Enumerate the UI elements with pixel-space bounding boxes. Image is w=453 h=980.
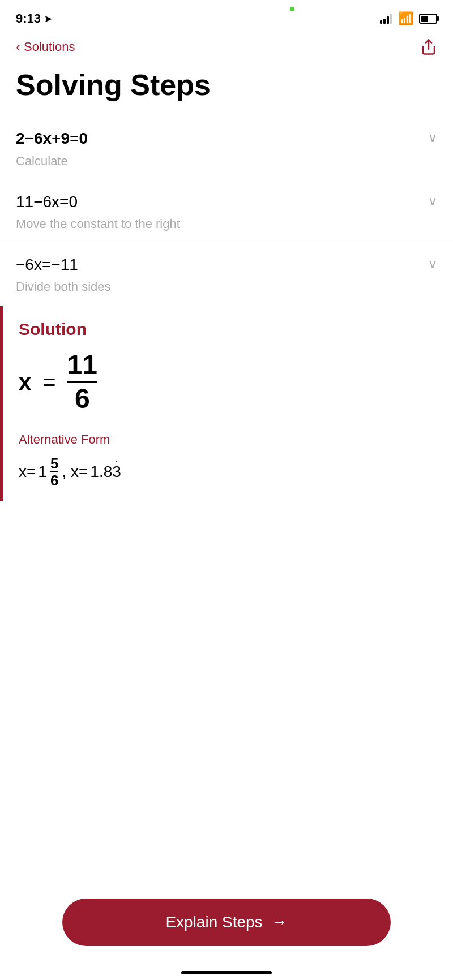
share-icon [420, 38, 437, 55]
signal-bar-1 [380, 20, 382, 24]
explain-steps-arrow: → [272, 913, 288, 931]
status-bar: 9:13 ➤ 📶 [0, 0, 453, 34]
step-content-1: 2−6x+9=0 Calculate [16, 128, 428, 168]
battery-fill [421, 16, 428, 22]
step-content-3: −6x=−11 Divide both sides [16, 255, 428, 294]
signal-bars [380, 14, 392, 24]
step-equation-1: 2−6x+9=0 [16, 128, 428, 149]
alt-fraction: 5 6 [50, 456, 58, 488]
step-description-1: Calculate [16, 154, 428, 169]
steps-container: 2−6x+9=0 Calculate ∨ 11−6x=0 Move the co… [0, 117, 453, 306]
back-chevron-icon: ‹ [16, 39, 20, 55]
solution-equals: = [42, 369, 55, 395]
solution-label: Solution [19, 320, 437, 339]
battery-icon [419, 14, 437, 24]
back-button[interactable]: ‹ Solutions [16, 39, 75, 55]
explain-steps-label: Explain Steps [165, 913, 262, 931]
signal-bar-3 [387, 16, 389, 24]
chevron-down-icon-2: ∨ [428, 194, 437, 209]
alt-form-values: x= 1 5 6 , x= 1.83· [19, 456, 437, 488]
share-button[interactable] [420, 38, 437, 55]
alt-decimal: 1.83· [90, 463, 121, 481]
back-label: Solutions [24, 40, 75, 54]
step-equation-3: −6x=−11 [16, 255, 428, 275]
step-equation-2: 11−6x=0 [16, 192, 428, 212]
time-display: 9:13 [16, 11, 41, 26]
wifi-icon: 📶 [398, 11, 413, 26]
chevron-down-icon-1: ∨ [428, 131, 437, 145]
alt-fraction-num: 5 [50, 456, 58, 471]
status-time: 9:13 ➤ [16, 11, 52, 26]
step-content-2: 11−6x=0 Move the constant to the right [16, 192, 428, 231]
alt-form-label: Alternative Form [19, 432, 437, 447]
page-title: Solving Steps [0, 65, 453, 117]
alt-comma: , x= [62, 463, 88, 481]
alt-x-label: x= [19, 463, 36, 481]
solution-fraction: 11 6 [67, 350, 97, 414]
step-description-2: Move the constant to the right [16, 217, 428, 231]
signal-bar-2 [383, 19, 386, 24]
chevron-down-icon-3: ∨ [428, 257, 437, 272]
nav-bar: ‹ Solutions [0, 34, 453, 65]
step-description-3: Divide both sides [16, 280, 428, 294]
step-row-3[interactable]: −6x=−11 Divide both sides ∨ [0, 243, 453, 306]
fraction-denominator: 6 [75, 384, 90, 414]
status-right: 📶 [380, 11, 437, 26]
step-row-2[interactable]: 11−6x=0 Move the constant to the right ∨ [0, 180, 453, 243]
solution-section: Solution x = 11 6 Alternative Form x= 1 … [0, 306, 453, 501]
signal-bar-4 [390, 14, 392, 24]
fraction-numerator: 11 [67, 350, 97, 380]
alt-whole: 1 [38, 463, 47, 481]
fraction-bar [67, 381, 97, 383]
green-dot [290, 7, 294, 11]
alt-fraction-den: 6 [50, 473, 58, 488]
explain-steps-button[interactable]: Explain Steps → [62, 899, 391, 946]
solution-x: x [19, 369, 31, 395]
explain-button-container: Explain Steps → [11, 899, 442, 946]
solution-main: x = 11 6 [19, 350, 437, 414]
step-row-1[interactable]: 2−6x+9=0 Calculate ∨ [0, 117, 453, 180]
location-icon: ➤ [44, 14, 52, 24]
home-indicator [181, 971, 272, 974]
